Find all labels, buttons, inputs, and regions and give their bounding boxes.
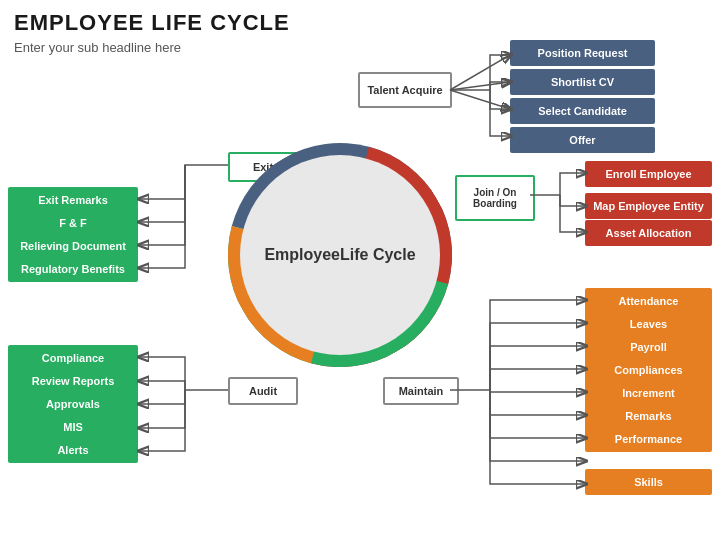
shortlist-cv-box: Shortlist CV	[510, 69, 655, 95]
center-text-line1: Employee	[264, 246, 340, 264]
performance-box: Performance	[585, 426, 712, 452]
svg-line-2	[450, 90, 510, 109]
select-candidate-box: Select Candidate	[510, 98, 655, 124]
page-subtitle: Enter your sub headline here	[14, 40, 181, 55]
maintain-box: Maintain	[383, 377, 459, 405]
svg-line-1	[450, 82, 510, 90]
enroll-employee-box: Enroll Employee	[585, 161, 712, 187]
map-employee-entity-box: Map Employee Entity	[585, 193, 712, 219]
center-circle: Employee Life Cycle	[240, 155, 440, 355]
skills-box: Skills	[585, 469, 712, 495]
center-text-line2: Life Cycle	[340, 246, 416, 264]
position-request-box: Position Request	[510, 40, 655, 66]
alerts-box: Alerts	[8, 437, 138, 463]
audit-box: Audit	[228, 377, 298, 405]
regulatory-benefits-box: Regulatory Benefits	[8, 256, 138, 282]
join-boarding-box: Join / On Boarding	[455, 175, 535, 221]
asset-allocation-box: Asset Allocation	[585, 220, 712, 246]
talent-acquire-box: Talent Acquire	[358, 72, 452, 108]
svg-line-0	[450, 55, 510, 90]
page-title: EMPLOYEE LIFE CYCLE	[14, 10, 290, 36]
offer-box: Offer	[510, 127, 655, 153]
